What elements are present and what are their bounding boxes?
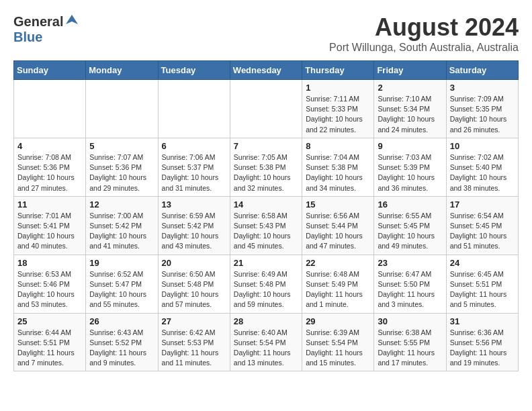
- calendar-header: Sunday Monday Tuesday Wednesday Thursday…: [14, 61, 519, 80]
- day-info: Sunrise: 7:06 AM Sunset: 5:37 PM Dayligh…: [162, 152, 226, 193]
- calendar-week-5: 25Sunrise: 6:44 AM Sunset: 5:51 PM Dayli…: [14, 313, 519, 371]
- calendar-cell: 26Sunrise: 6:43 AM Sunset: 5:52 PM Dayli…: [86, 313, 158, 371]
- day-info: Sunrise: 7:08 AM Sunset: 5:36 PM Dayligh…: [17, 152, 82, 193]
- calendar-cell: 4Sunrise: 7:08 AM Sunset: 5:36 PM Daylig…: [14, 138, 86, 196]
- day-info: Sunrise: 7:05 AM Sunset: 5:38 PM Dayligh…: [234, 152, 298, 193]
- day-number: 11: [17, 199, 82, 210]
- calendar-cell: 29Sunrise: 6:39 AM Sunset: 5:54 PM Dayli…: [302, 313, 374, 371]
- day-info: Sunrise: 7:03 AM Sunset: 5:39 PM Dayligh…: [378, 152, 442, 193]
- day-number: 22: [306, 258, 370, 268]
- day-info: Sunrise: 6:47 AM Sunset: 5:50 PM Dayligh…: [378, 269, 442, 310]
- day-info: Sunrise: 6:58 AM Sunset: 5:43 PM Dayligh…: [234, 211, 298, 252]
- header-row: Sunday Monday Tuesday Wednesday Thursday…: [14, 61, 519, 80]
- day-info: Sunrise: 6:43 AM Sunset: 5:52 PM Dayligh…: [89, 328, 154, 369]
- day-info: Sunrise: 6:39 AM Sunset: 5:54 PM Dayligh…: [306, 328, 370, 369]
- header: General Blue August 2024 Port Willunga, …: [13, 13, 519, 54]
- day-number: 16: [378, 199, 442, 210]
- day-number: 12: [89, 199, 154, 210]
- day-info: Sunrise: 6:48 AM Sunset: 5:49 PM Dayligh…: [306, 269, 370, 310]
- calendar-cell: 1Sunrise: 7:11 AM Sunset: 5:33 PM Daylig…: [302, 80, 374, 138]
- day-number: 6: [162, 141, 226, 151]
- day-number: 15: [306, 199, 370, 210]
- month-year-title: August 2024: [329, 13, 519, 42]
- calendar-body: 1Sunrise: 7:11 AM Sunset: 5:33 PM Daylig…: [14, 80, 519, 371]
- logo: General Blue: [13, 13, 79, 45]
- day-number: 20: [162, 258, 226, 268]
- day-number: 19: [89, 258, 154, 268]
- calendar-cell: 30Sunrise: 6:38 AM Sunset: 5:55 PM Dayli…: [374, 313, 446, 371]
- day-info: Sunrise: 7:00 AM Sunset: 5:42 PM Dayligh…: [89, 211, 154, 252]
- day-number: 3: [450, 83, 515, 93]
- day-info: Sunrise: 6:38 AM Sunset: 5:55 PM Dayligh…: [378, 328, 442, 369]
- calendar-cell: 18Sunrise: 6:53 AM Sunset: 5:46 PM Dayli…: [14, 255, 86, 313]
- day-number: 24: [450, 258, 515, 268]
- day-number: 4: [17, 141, 82, 151]
- calendar-cell: 7Sunrise: 7:05 AM Sunset: 5:38 PM Daylig…: [230, 138, 302, 196]
- calendar-cell: 21Sunrise: 6:49 AM Sunset: 5:48 PM Dayli…: [230, 255, 302, 313]
- col-wednesday: Wednesday: [230, 61, 302, 80]
- calendar-cell: 11Sunrise: 7:01 AM Sunset: 5:41 PM Dayli…: [14, 196, 86, 255]
- day-info: Sunrise: 7:10 AM Sunset: 5:34 PM Dayligh…: [378, 94, 442, 135]
- col-tuesday: Tuesday: [158, 61, 230, 80]
- col-sunday: Sunday: [14, 61, 86, 80]
- calendar-cell: 14Sunrise: 6:58 AM Sunset: 5:43 PM Dayli…: [230, 196, 302, 255]
- calendar-cell: 24Sunrise: 6:45 AM Sunset: 5:51 PM Dayli…: [446, 255, 518, 313]
- day-number: 26: [89, 316, 154, 326]
- day-info: Sunrise: 7:04 AM Sunset: 5:38 PM Dayligh…: [306, 152, 370, 193]
- calendar-cell: 25Sunrise: 6:44 AM Sunset: 5:51 PM Dayli…: [14, 313, 86, 371]
- calendar-cell: [86, 80, 158, 138]
- day-number: 25: [17, 316, 82, 326]
- calendar-cell: 28Sunrise: 6:40 AM Sunset: 5:54 PM Dayli…: [230, 313, 302, 371]
- logo-general-text: General: [13, 14, 63, 30]
- day-info: Sunrise: 6:50 AM Sunset: 5:48 PM Dayligh…: [162, 269, 226, 310]
- day-info: Sunrise: 7:02 AM Sunset: 5:40 PM Dayligh…: [450, 152, 515, 193]
- calendar-cell: 5Sunrise: 7:07 AM Sunset: 5:36 PM Daylig…: [86, 138, 158, 196]
- calendar-week-4: 18Sunrise: 6:53 AM Sunset: 5:46 PM Dayli…: [14, 255, 519, 313]
- calendar-cell: 2Sunrise: 7:10 AM Sunset: 5:34 PM Daylig…: [374, 80, 446, 138]
- day-number: 21: [234, 258, 298, 268]
- logo-bird-icon: [64, 13, 79, 30]
- day-info: Sunrise: 6:40 AM Sunset: 5:54 PM Dayligh…: [234, 328, 298, 369]
- calendar-cell: 3Sunrise: 7:09 AM Sunset: 5:35 PM Daylig…: [446, 80, 518, 138]
- day-info: Sunrise: 6:45 AM Sunset: 5:51 PM Dayligh…: [450, 269, 515, 310]
- day-info: Sunrise: 6:53 AM Sunset: 5:46 PM Dayligh…: [17, 269, 82, 310]
- calendar-cell: 31Sunrise: 6:36 AM Sunset: 5:56 PM Dayli…: [446, 313, 518, 371]
- calendar-cell: 23Sunrise: 6:47 AM Sunset: 5:50 PM Dayli…: [374, 255, 446, 313]
- day-number: 14: [234, 199, 298, 210]
- calendar-cell: 12Sunrise: 7:00 AM Sunset: 5:42 PM Dayli…: [86, 196, 158, 255]
- day-info: Sunrise: 6:42 AM Sunset: 5:53 PM Dayligh…: [162, 328, 226, 369]
- day-info: Sunrise: 6:54 AM Sunset: 5:45 PM Dayligh…: [450, 211, 515, 252]
- day-number: 13: [162, 199, 226, 210]
- day-number: 1: [306, 83, 370, 93]
- col-saturday: Saturday: [446, 61, 518, 80]
- calendar-cell: [230, 80, 302, 138]
- day-info: Sunrise: 6:44 AM Sunset: 5:51 PM Dayligh…: [17, 328, 82, 369]
- calendar-table: Sunday Monday Tuesday Wednesday Thursday…: [13, 60, 519, 371]
- day-number: 2: [378, 83, 442, 93]
- svg-marker-0: [66, 15, 78, 24]
- calendar-cell: 16Sunrise: 6:55 AM Sunset: 5:45 PM Dayli…: [374, 196, 446, 255]
- title-area: August 2024 Port Willunga, South Austral…: [329, 13, 519, 54]
- day-number: 17: [450, 199, 515, 210]
- calendar-week-1: 1Sunrise: 7:11 AM Sunset: 5:33 PM Daylig…: [14, 80, 519, 138]
- day-number: 7: [234, 141, 298, 151]
- day-number: 8: [306, 141, 370, 151]
- col-friday: Friday: [374, 61, 446, 80]
- calendar-cell: [14, 80, 86, 138]
- day-info: Sunrise: 6:55 AM Sunset: 5:45 PM Dayligh…: [378, 211, 442, 252]
- day-info: Sunrise: 7:01 AM Sunset: 5:41 PM Dayligh…: [17, 211, 82, 252]
- calendar-cell: 27Sunrise: 6:42 AM Sunset: 5:53 PM Dayli…: [158, 313, 230, 371]
- calendar-cell: [158, 80, 230, 138]
- calendar-cell: 15Sunrise: 6:56 AM Sunset: 5:44 PM Dayli…: [302, 196, 374, 255]
- day-info: Sunrise: 7:11 AM Sunset: 5:33 PM Dayligh…: [306, 94, 370, 135]
- calendar-cell: 17Sunrise: 6:54 AM Sunset: 5:45 PM Dayli…: [446, 196, 518, 255]
- day-number: 18: [17, 258, 82, 268]
- logo-blue-text: Blue: [13, 30, 42, 44]
- day-info: Sunrise: 6:49 AM Sunset: 5:48 PM Dayligh…: [234, 269, 298, 310]
- calendar-cell: 13Sunrise: 6:59 AM Sunset: 5:42 PM Dayli…: [158, 196, 230, 255]
- day-number: 30: [378, 316, 442, 326]
- day-info: Sunrise: 7:07 AM Sunset: 5:36 PM Dayligh…: [89, 152, 154, 193]
- day-info: Sunrise: 6:52 AM Sunset: 5:47 PM Dayligh…: [89, 269, 154, 310]
- calendar-cell: 9Sunrise: 7:03 AM Sunset: 5:39 PM Daylig…: [374, 138, 446, 196]
- day-number: 28: [234, 316, 298, 326]
